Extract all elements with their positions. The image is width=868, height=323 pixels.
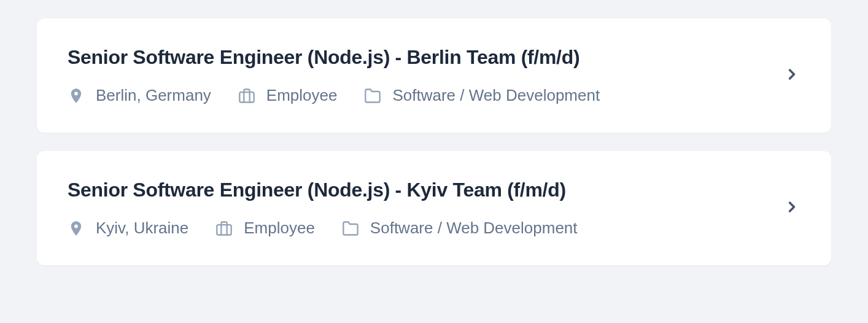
briefcase-icon xyxy=(215,220,233,237)
category-text: Software / Web Development xyxy=(392,86,600,105)
folder-icon xyxy=(364,87,381,104)
svg-rect-0 xyxy=(239,92,254,102)
job-employment-type: Employee xyxy=(215,219,315,238)
folder-icon xyxy=(342,220,359,237)
job-content: Senior Software Engineer (Node.js) - Kyi… xyxy=(68,179,771,238)
job-category: Software / Web Development xyxy=(342,219,578,238)
employment-type-text: Employee xyxy=(266,86,338,105)
location-text: Berlin, Germany xyxy=(96,86,211,105)
job-content: Senior Software Engineer (Node.js) - Ber… xyxy=(68,46,771,105)
job-card[interactable]: Senior Software Engineer (Node.js) - Kyi… xyxy=(37,151,831,265)
location-pin-icon xyxy=(68,220,85,237)
employment-type-text: Employee xyxy=(244,219,315,238)
job-location: Kyiv, Ukraine xyxy=(68,219,188,238)
job-title: Senior Software Engineer (Node.js) - Ber… xyxy=(68,46,771,69)
job-category: Software / Web Development xyxy=(364,86,600,105)
job-meta: Kyiv, Ukraine Employee Software / Web xyxy=(68,219,771,238)
job-meta: Berlin, Germany Employee Software / W xyxy=(68,86,771,105)
briefcase-icon xyxy=(238,87,255,104)
job-card[interactable]: Senior Software Engineer (Node.js) - Ber… xyxy=(37,18,831,133)
chevron-right-icon xyxy=(783,198,800,218)
category-text: Software / Web Development xyxy=(370,219,578,238)
location-text: Kyiv, Ukraine xyxy=(96,219,188,238)
job-location: Berlin, Germany xyxy=(68,86,211,105)
chevron-right-icon xyxy=(783,66,800,85)
svg-rect-1 xyxy=(217,225,231,235)
job-employment-type: Employee xyxy=(238,86,338,105)
location-pin-icon xyxy=(68,87,85,104)
job-title: Senior Software Engineer (Node.js) - Kyi… xyxy=(68,179,771,201)
